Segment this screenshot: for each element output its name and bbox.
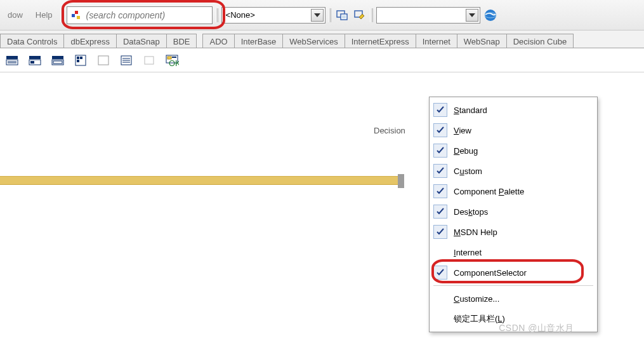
globe-icon[interactable] <box>483 8 498 23</box>
component-icon[interactable] <box>4 52 20 69</box>
component-palette: OK <box>0 48 644 72</box>
watermark: CSDN @山音水月 <box>499 323 574 334</box>
check-icon <box>433 205 447 219</box>
main-toolbar: dow Help <None> <box>0 0 644 30</box>
tab-websnap[interactable]: WebSnap <box>457 34 507 48</box>
ctx-label: Internet <box>454 248 482 257</box>
tab-dbexpress[interactable]: dbExpress <box>63 34 116 48</box>
tab-data-controls[interactable]: Data Controls <box>0 34 64 48</box>
profile-combo-button[interactable] <box>311 9 324 22</box>
secondary-combo[interactable] <box>376 7 480 24</box>
tab-bde[interactable]: BDE <box>166 34 197 48</box>
svg-text:OK: OK <box>169 58 179 67</box>
ctx-label: Desktops <box>454 207 488 217</box>
tab-internetexpress[interactable]: InternetExpress <box>345 34 416 48</box>
ctx-item-view[interactable]: View <box>430 120 597 140</box>
ctx-label: ComponentSelector <box>454 268 527 278</box>
check-icon <box>433 266 447 280</box>
svg-rect-14 <box>30 61 34 64</box>
save-desktop-icon[interactable] <box>334 8 350 23</box>
secondary-combo-button[interactable] <box>466 9 478 22</box>
check-icon <box>433 144 447 158</box>
chevron-down-icon <box>469 13 475 17</box>
svg-rect-22 <box>98 56 108 65</box>
ctx-label: Debug <box>454 146 478 156</box>
ctx-item-internet[interactable]: Internet <box>430 242 597 262</box>
svg-rect-1 <box>75 11 78 14</box>
component-icon[interactable] <box>49 52 66 69</box>
chevron-down-icon <box>314 13 320 17</box>
svg-rect-30 <box>172 57 176 58</box>
component-icon[interactable] <box>27 52 43 69</box>
svg-rect-15 <box>52 56 63 59</box>
profile-combo[interactable]: <None> <box>221 7 325 24</box>
ctx-label: 锁定工具栏(L) <box>454 313 505 325</box>
ctx-item-customize[interactable]: Customize... <box>430 288 597 309</box>
svg-rect-21 <box>77 60 79 62</box>
ctx-label: Component Palette <box>454 187 524 196</box>
ctx-item-componentselector[interactable]: ComponentSelector <box>430 262 597 283</box>
desktop-icons <box>334 8 367 23</box>
check-icon <box>433 184 447 198</box>
ctx-item-custom[interactable]: Custom <box>430 161 597 181</box>
toolbar-context-menu: Standard View Debug Custom Component Pal… <box>429 97 598 332</box>
toolbar-separator <box>215 0 219 30</box>
ctx-item-desktops[interactable]: Desktops <box>430 201 597 222</box>
decision-text-fragment: Decision <box>374 126 405 135</box>
svg-rect-8 <box>6 56 18 59</box>
tab-decisioncube[interactable]: Decision Cube <box>506 34 574 48</box>
component-icon[interactable] <box>95 52 112 69</box>
menu-window[interactable]: dow <box>3 6 28 24</box>
tab-webservices[interactable]: WebServices <box>282 34 345 48</box>
palette-tab-bar: Data Controls dbExpress DataSnap BDE ADO… <box>0 30 644 48</box>
ctx-item-debug[interactable]: Debug <box>430 140 597 161</box>
check-icon <box>433 225 447 239</box>
tab-interbase[interactable]: InterBase <box>234 34 284 48</box>
ctx-item-msdn-help[interactable]: MSDN Help <box>430 222 597 242</box>
svg-rect-20 <box>80 57 82 59</box>
svg-rect-2 <box>77 16 80 19</box>
ctx-label: MSDN Help <box>454 227 497 237</box>
tab-internet[interactable]: Internet <box>416 34 457 48</box>
svg-rect-27 <box>145 57 154 64</box>
set-desktop-icon[interactable] <box>352 8 367 23</box>
form-designer-edge <box>0 176 404 185</box>
component-icon[interactable] <box>141 52 157 69</box>
component-icon[interactable] <box>118 52 135 69</box>
component-icon[interactable]: OK <box>164 52 180 69</box>
ctx-label: Standard <box>454 105 487 115</box>
toolbar-separator <box>60 0 64 30</box>
svg-rect-16 <box>52 60 63 65</box>
component-search-icon <box>71 10 81 20</box>
ctx-label: Customize... <box>454 294 499 304</box>
toolbar-separator <box>328 0 332 30</box>
menu-help[interactable]: Help <box>30 6 58 24</box>
component-search-input[interactable] <box>85 10 208 21</box>
svg-rect-9 <box>6 60 18 65</box>
component-search-box[interactable] <box>67 6 213 24</box>
component-icon[interactable] <box>72 52 89 69</box>
ctx-item-standard[interactable]: Standard <box>430 100 597 120</box>
check-icon <box>433 123 447 137</box>
check-icon <box>433 103 447 117</box>
ctx-label: Custom <box>454 166 482 176</box>
ctx-separator <box>433 285 593 286</box>
profile-combo-value: <None> <box>226 10 308 20</box>
tab-datasnap[interactable]: DataSnap <box>116 34 167 48</box>
tab-ado[interactable]: ADO <box>202 34 234 48</box>
toolbar-separator <box>370 0 374 30</box>
svg-rect-19 <box>77 57 79 59</box>
svg-rect-0 <box>72 14 75 17</box>
ctx-item-component-palette[interactable]: Component Palette <box>430 181 597 201</box>
ctx-label: View <box>454 126 471 135</box>
svg-rect-12 <box>29 56 41 59</box>
check-icon <box>433 164 447 178</box>
